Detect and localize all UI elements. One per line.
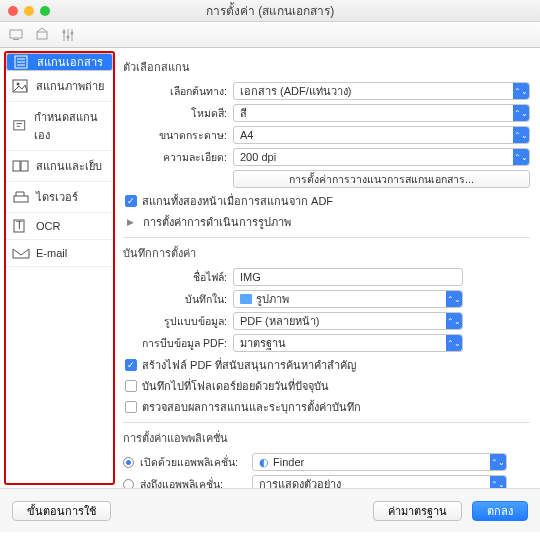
settings-icon[interactable] xyxy=(60,27,76,43)
svg-rect-1 xyxy=(13,39,19,40)
svg-rect-2 xyxy=(37,32,47,39)
chevron-updown-icon: ⌃⌄ xyxy=(446,313,462,329)
scan-from-pc-icon[interactable] xyxy=(8,27,24,43)
sidebar-item-scan-document[interactable]: สแกนเอกสาร xyxy=(6,53,113,71)
paper-select[interactable]: A4⌃⌄ xyxy=(233,126,530,144)
pdf-searchable-label: สร้างไฟล์ PDF ที่สนับสนุนการค้นหาคำสำคัญ xyxy=(142,356,356,374)
scan-from-panel-icon[interactable] xyxy=(34,27,50,43)
svg-point-6 xyxy=(63,30,66,33)
send-to-app-label: ส่งถึงแอพพลิเคชั่น: xyxy=(140,476,246,489)
svg-point-7 xyxy=(67,35,70,38)
resolution-select[interactable]: 200 dpi⌃⌄ xyxy=(233,148,530,166)
chevron-updown-icon: ⌃⌄ xyxy=(513,127,529,143)
email-icon xyxy=(12,246,30,260)
app-settings-title: การตั้งค่าแอพพลิเคชั่น xyxy=(123,429,530,447)
custom-icon xyxy=(12,119,28,133)
format-label: รูปแบบข้อมูล: xyxy=(123,313,233,330)
ocr-icon: T xyxy=(12,219,30,233)
window-title: การตั้งค่า (สแกนเอกสาร) xyxy=(0,1,540,20)
open-with-app-select[interactable]: ◐Finder⌃⌄ xyxy=(252,453,507,471)
paper-label: ขนาดกระดาษ: xyxy=(123,127,233,144)
footer: ขั้นตอนการใช้ ค่ามาตรฐาน ตกลง xyxy=(0,488,540,532)
format-select[interactable]: PDF (หลายหน้า)⌃⌄ xyxy=(233,312,463,330)
folder-icon xyxy=(240,294,252,304)
resolution-label: ความละเอียด: xyxy=(123,149,233,166)
scan-options-title: ตัวเลือกสแกน xyxy=(123,58,530,76)
sidebar-item-label: OCR xyxy=(36,220,60,232)
folder-label: บันทึกใน: xyxy=(123,291,233,308)
instructions-button[interactable]: ขั้นตอนการใช้ xyxy=(12,501,111,521)
filename-input[interactable]: IMG xyxy=(233,268,463,286)
svg-text:T: T xyxy=(16,219,23,231)
sidebar-item-label: สแกนเอกสาร xyxy=(37,53,103,71)
source-select[interactable]: เอกสาร (ADF/แท่นวาง)⌃⌄ xyxy=(233,82,530,100)
svg-point-8 xyxy=(71,31,74,34)
stitch-icon xyxy=(12,159,30,173)
date-subfolder-checkbox[interactable] xyxy=(125,380,137,392)
color-select[interactable]: สี⌃⌄ xyxy=(233,104,530,122)
open-with-app-radio[interactable] xyxy=(123,457,134,468)
chevron-updown-icon: ⌃⌄ xyxy=(446,291,462,307)
open-with-app-label: เปิดด้วยแอพพลิเคชั่น: xyxy=(140,454,246,471)
image-processing-label: การตั้งค่าการดำเนินการรูปภาพ xyxy=(143,213,291,231)
verify-results-checkbox[interactable] xyxy=(125,401,137,413)
chevron-updown-icon: ⌃⌄ xyxy=(513,105,529,121)
svg-rect-0 xyxy=(10,30,22,38)
svg-point-14 xyxy=(17,83,20,86)
finder-icon: ◐ xyxy=(259,456,269,469)
sidebar-item-label: E-mail xyxy=(36,247,67,259)
svg-rect-17 xyxy=(21,161,28,171)
color-label: โหมดสี: xyxy=(123,105,233,122)
compression-label: การบีบข้อมูล PDF: xyxy=(123,335,233,352)
save-settings-title: บันทึกการตั้งค่า xyxy=(123,244,530,262)
verify-results-label: ตรวจสอบผลการสแกนและระบุการตั้งค่าบันทึก xyxy=(142,398,361,416)
sidebar-item-custom-scan[interactable]: กำหนดสแกนเอง xyxy=(6,102,113,151)
disclosure-triangle-icon[interactable]: ▶ xyxy=(127,217,134,227)
chevron-updown-icon: ⌃⌄ xyxy=(513,149,529,165)
ok-button[interactable]: ตกลง xyxy=(472,501,528,521)
date-subfolder-label: บันทึกไปที่โฟลเดอร์ย่อยด้วยวันที่ปัจจุบั… xyxy=(142,377,329,395)
content-pane: ตัวเลือกสแกน เลือกต้นทาง: เอกสาร (ADF/แท… xyxy=(117,48,540,488)
defaults-button[interactable]: ค่ามาตรฐาน xyxy=(373,501,462,521)
adf-both-sides-checkbox[interactable]: ✓ xyxy=(125,195,137,207)
sidebar-item-label: ไดรเวอร์ xyxy=(36,188,78,206)
svg-rect-18 xyxy=(14,196,28,202)
sidebar-item-label: สแกนและเย็บ xyxy=(36,157,102,175)
pdf-searchable-checkbox[interactable]: ✓ xyxy=(125,359,137,371)
chevron-updown-icon: ⌃⌄ xyxy=(446,335,462,351)
adf-both-sides-label: สแกนทั้งสองหน้าเมื่อการสแกนจาก ADF xyxy=(142,192,333,210)
folder-select[interactable]: รูปภาพ⌃⌄ xyxy=(233,290,463,308)
filename-label: ชื่อไฟล์: xyxy=(123,269,233,286)
sidebar-item-ocr[interactable]: T OCR xyxy=(6,213,113,240)
sidebar: สแกนเอกสาร สแกนภาพถ่าย กำหนดสแกนเอง สแกน… xyxy=(4,51,115,485)
photo-icon xyxy=(12,79,30,93)
svg-rect-15 xyxy=(14,121,25,130)
source-label: เลือกต้นทาง: xyxy=(123,83,233,100)
driver-icon xyxy=(12,190,30,204)
document-icon xyxy=(13,55,31,69)
send-to-app-radio[interactable] xyxy=(123,479,134,489)
chevron-updown-icon: ⌃⌄ xyxy=(490,454,506,470)
sidebar-item-email[interactable]: E-mail xyxy=(6,240,113,267)
send-to-app-select[interactable]: การแสดงตัวอย่าง⌃⌄ xyxy=(252,475,507,488)
sidebar-item-driver[interactable]: ไดรเวอร์ xyxy=(6,182,113,213)
titlebar: การตั้งค่า (สแกนเอกสาร) xyxy=(0,0,540,22)
sidebar-item-label: สแกนภาพถ่าย xyxy=(36,77,104,95)
sidebar-item-label: กำหนดสแกนเอง xyxy=(34,108,107,144)
orientation-settings-button[interactable]: การตั้งค่าการวางแนวการสแกนเอกสาร... xyxy=(233,170,530,188)
chevron-updown-icon: ⌃⌄ xyxy=(490,476,506,488)
chevron-updown-icon: ⌃⌄ xyxy=(513,83,529,99)
toolbar xyxy=(0,22,540,48)
svg-rect-16 xyxy=(13,161,20,171)
sidebar-item-scan-photo[interactable]: สแกนภาพถ่าย xyxy=(6,71,113,102)
compression-select[interactable]: มาตรฐาน⌃⌄ xyxy=(233,334,463,352)
sidebar-item-scan-stitch[interactable]: สแกนและเย็บ xyxy=(6,151,113,182)
